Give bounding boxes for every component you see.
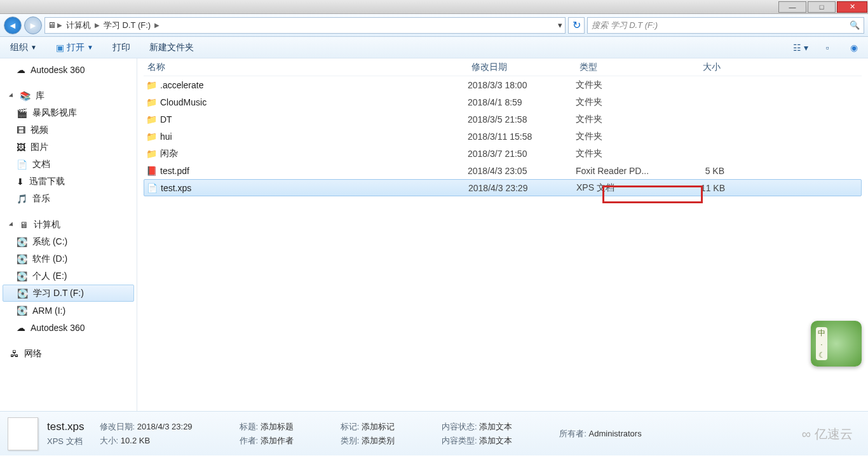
main-area: ☁Autodesk 360 📚库 🎬暴风影视库 🎞视频 🖼图片 📄文档 ⬇迅雷下… xyxy=(0,58,868,411)
file-date: 2018/4/1 8:59 xyxy=(468,97,576,107)
details-value[interactable]: 添加标题 xyxy=(261,422,294,431)
download-icon: ⬇ xyxy=(17,177,24,187)
search-input[interactable]: 搜索 学习 D.T (F:) 🔍 xyxy=(587,17,864,34)
file-date: 2018/3/3 18:00 xyxy=(468,80,576,90)
sidebar-item-lib[interactable]: 🎬暴风影视库 xyxy=(0,104,137,121)
details-value[interactable]: 添加标记 xyxy=(362,422,395,431)
sidebar-item-computer[interactable]: 🖥计算机 xyxy=(0,216,137,233)
address-bar[interactable]: 🖥 ▶ 计算机 ▶ 学习 D.T (F:) ▶ ▾ xyxy=(44,17,566,34)
details-label: 大小: xyxy=(100,436,119,445)
file-date: 2018/3/11 15:58 xyxy=(468,131,576,142)
file-size: 5 KB xyxy=(666,166,724,176)
drive-icon: 💽 xyxy=(17,237,27,247)
cloud-icon: ☁ xyxy=(17,323,25,333)
window-minimize-button[interactable]: — xyxy=(778,1,806,13)
cloud-icon: ☁ xyxy=(17,65,25,75)
forward-button[interactable]: ► xyxy=(24,17,42,34)
file-type: 文件夹 xyxy=(576,131,666,142)
library-icon: 📚 xyxy=(20,91,31,101)
chevron-right-icon: ▶ xyxy=(153,22,161,29)
sidebar-item-drive[interactable]: 💽系统 (C:) xyxy=(0,233,137,250)
sidebar-item-lib[interactable]: 📄文档 xyxy=(0,156,137,173)
details-value[interactable]: 添加文本 xyxy=(479,422,512,431)
column-type[interactable]: 类型 xyxy=(576,62,666,73)
search-icon: 🔍 xyxy=(850,20,860,30)
file-type: XPS 文档 xyxy=(576,182,667,194)
sidebar-item-drive[interactable]: 💽个人 (E:) xyxy=(0,267,137,285)
window-maximize-button[interactable]: □ xyxy=(808,1,836,13)
file-name: DT xyxy=(159,114,468,125)
document-icon: 📄 xyxy=(17,159,27,170)
back-button[interactable]: ◄ xyxy=(4,17,22,34)
details-value[interactable]: 添加文本 xyxy=(479,436,512,445)
file-row[interactable]: 📁.accelerate2018/3/3 18:00文件夹 xyxy=(144,76,862,93)
file-size: 11 KB xyxy=(667,183,725,193)
details-value: Administrators xyxy=(589,429,642,438)
drive-icon: 💽 xyxy=(17,306,27,316)
image-icon: 🖼 xyxy=(17,142,25,152)
open-button[interactable]: ▣ 打开 ▼ xyxy=(52,41,97,55)
details-filename: test.xps xyxy=(47,421,85,433)
expand-icon xyxy=(9,93,15,98)
folder-icon: 📁 xyxy=(144,80,159,90)
column-name[interactable]: 名称 xyxy=(144,62,468,73)
print-button[interactable]: 打印 xyxy=(109,41,134,55)
sidebar-item-lib[interactable]: 🖼图片 xyxy=(0,138,137,156)
help-button[interactable]: ◉ xyxy=(846,40,862,55)
folder-icon: 📁 xyxy=(144,131,159,142)
sidebar-item-autodesk[interactable]: ☁Autodesk 360 xyxy=(0,61,137,78)
column-size[interactable]: 大小 xyxy=(666,62,724,73)
column-headers: 名称 修改日期 类型 大小 xyxy=(144,58,862,76)
file-type: 文件夹 xyxy=(576,148,666,159)
file-type: Foxit Reader PD... xyxy=(576,166,666,176)
file-row[interactable]: 📄test.xps2018/4/3 23:29XPS 文档11 KB xyxy=(144,179,862,196)
folder-icon: 📁 xyxy=(144,97,159,107)
organize-menu[interactable]: 组织 ▼ xyxy=(6,41,41,55)
preview-pane-button[interactable]: ▫ xyxy=(820,40,835,55)
details-value[interactable]: 添加作者 xyxy=(261,436,294,445)
sidebar-item-lib[interactable]: 🎞视频 xyxy=(0,121,137,138)
sidebar-item-libraries[interactable]: 📚库 xyxy=(0,87,137,104)
sidebar-item-lib[interactable]: ⬇迅雷下载 xyxy=(0,173,137,190)
column-date[interactable]: 修改日期 xyxy=(468,62,576,73)
sidebar-item-network[interactable]: 🖧网络 xyxy=(0,345,137,362)
sidebar-item-drive[interactable]: 💽学习 D.T (F:) xyxy=(3,285,134,302)
ime-indicator[interactable]: 中·☾ xyxy=(811,321,862,367)
file-row[interactable]: 📕test.pdf2018/4/3 23:05Foxit Reader PD..… xyxy=(144,162,862,179)
window-close-button[interactable]: ✕ xyxy=(837,1,867,13)
details-value[interactable]: 添加类别 xyxy=(362,436,395,445)
refresh-button[interactable]: ↻ xyxy=(568,17,585,34)
chevron-right-icon: ▶ xyxy=(93,22,101,29)
details-label: 内容状态: xyxy=(442,422,477,431)
file-date: 2018/3/7 21:50 xyxy=(468,149,576,159)
breadcrumb-segment[interactable]: 计算机 xyxy=(64,20,93,31)
sidebar-item-lib[interactable]: 🎵音乐 xyxy=(0,190,137,207)
drive-icon: 💽 xyxy=(17,288,28,299)
cloud-icon: ∞ xyxy=(802,427,811,441)
file-icon: 📄 xyxy=(144,183,159,193)
new-folder-button[interactable]: 新建文件夹 xyxy=(146,41,198,55)
details-pane: test.xps XPS 文档 修改日期: 2018/4/3 23:29 大小:… xyxy=(0,411,868,455)
file-row[interactable]: 📁DT2018/3/5 21:58文件夹 xyxy=(144,111,862,128)
file-name: .accelerate xyxy=(159,80,468,90)
address-dropdown-icon[interactable]: ▾ xyxy=(558,20,562,30)
details-label: 所有者: xyxy=(559,429,587,438)
file-name: CloudMusic xyxy=(159,97,468,107)
details-label: 类别: xyxy=(341,436,360,445)
file-type: 文件夹 xyxy=(576,79,666,91)
file-row[interactable]: 📁闲杂2018/3/7 21:50文件夹 xyxy=(144,145,862,162)
sidebar-item-drive[interactable]: 💽ARM (I:) xyxy=(0,302,137,319)
navigation-bar: ◄ ► 🖥 ▶ 计算机 ▶ 学习 D.T (F:) ▶ ▾ ↻ 搜索 学习 D.… xyxy=(0,14,868,37)
breadcrumb-segment[interactable]: 学习 D.T (F:) xyxy=(101,20,153,31)
details-label: 标记: xyxy=(341,422,360,431)
file-type: 文件夹 xyxy=(576,114,666,125)
folder-icon: 📁 xyxy=(144,149,159,159)
file-row[interactable]: 📁hui2018/3/11 15:58文件夹 xyxy=(144,128,862,145)
file-row[interactable]: 📁CloudMusic2018/4/1 8:59文件夹 xyxy=(144,93,862,111)
video-icon: 🎞 xyxy=(17,125,25,135)
drive-icon: 💽 xyxy=(17,254,27,264)
view-options-button[interactable]: ☷ ▾ xyxy=(793,40,808,55)
sidebar-item-drive[interactable]: 💽软件 (D:) xyxy=(0,250,137,267)
sidebar-item-drive[interactable]: ☁Autodesk 360 xyxy=(0,319,137,336)
details-value: 10.2 KB xyxy=(121,436,150,445)
